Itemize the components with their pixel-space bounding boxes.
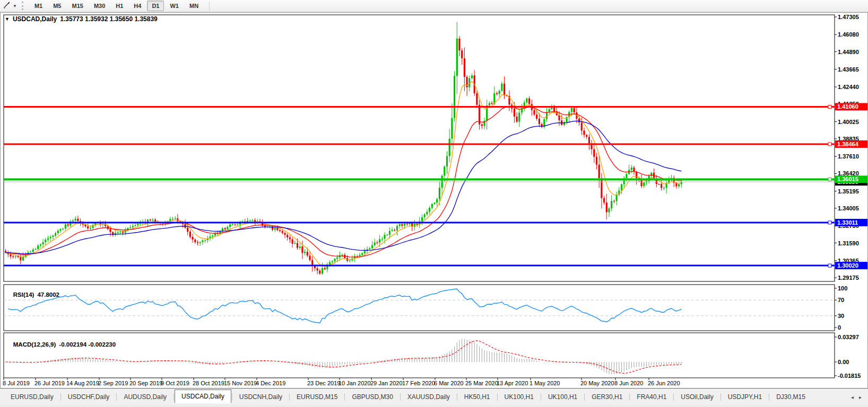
toolbar-separator [209, 1, 210, 11]
timeframe-mn-button[interactable]: MN [185, 1, 203, 11]
tab-uk100-h1[interactable]: UK100,H1 [498, 391, 540, 403]
rsi-axis-label: 0 [838, 324, 841, 331]
rsi-axis-label: 100 [838, 285, 847, 291]
main-price-pane[interactable] [4, 15, 835, 281]
date-label: 17 Feb 2020 [402, 380, 435, 386]
tab-dj30-m15[interactable]: DJ30,M15 [770, 391, 812, 403]
macd-indicator-label: MACD(12,26,9)-0.002194 -0.002230 [6, 335, 116, 354]
time-axis[interactable]: 8 Jul 201926 Jul 201914 Aug 20192 Sep 20… [3, 378, 680, 386]
price-badge-label: 1.41060 [837, 103, 858, 110]
tab-separator [344, 393, 345, 401]
price-tick-label: 1.35195 [838, 188, 859, 194]
timeframe-m30-button[interactable]: M30 [89, 1, 110, 11]
horizontal-line-handle[interactable] [828, 105, 831, 108]
price-tick-label: 1.46080 [838, 31, 859, 38]
tab-scroll-left-icon[interactable]: ◂ [851, 394, 854, 400]
horizontal-line-handle[interactable] [828, 221, 831, 224]
macd-axis-label: 0.00 [838, 359, 849, 365]
rsi-axis-label: 70 [838, 297, 844, 303]
macd-axis-label: -0.01815 [838, 373, 861, 379]
rsi-name: RSI(14) [13, 291, 34, 298]
price-tick-label: 1.31590 [838, 240, 859, 246]
tab-separator [232, 393, 232, 401]
price-tick-label: 1.40025 [838, 119, 859, 125]
tab-separator [497, 393, 498, 401]
date-label: 6 Mar 2020 [434, 380, 464, 386]
chart-tabs-bar: EURUSD,DailyUSDCHF,DailyAUDUSD,DailyUSDC… [0, 388, 868, 405]
chart-ohlc-values: 1.35773 1.35932 1.35650 1.35839 [60, 15, 158, 23]
chart-tabs: EURUSD,DailyUSDCHF,DailyAUDUSD,DailyUSDC… [0, 389, 851, 405]
tab-separator [769, 393, 769, 401]
tab-audusd-daily[interactable]: AUDUSD,Daily [117, 391, 173, 403]
price-badge-label: 1.30020 [837, 262, 858, 269]
date-label: 26 Jun 2020 [648, 380, 680, 386]
macd-values: -0.002194 -0.002230 [59, 341, 116, 348]
date-label: 28 Oct 2019 [193, 380, 224, 386]
chart-canvas[interactable]: 1.473051.460801.448901.436651.424401.412… [1, 13, 867, 388]
date-label: 20 Sep 2019 [129, 380, 162, 386]
date-label: 1 May 2020 [530, 380, 560, 386]
timeframe-m1-button[interactable]: M1 [30, 1, 47, 11]
tab-usdchf-daily[interactable]: USDCHF,Daily [62, 391, 116, 403]
timeframe-button-group: M1M5M15M30H1H4D1W1MN [29, 1, 204, 11]
horizontal-line-handle[interactable] [828, 264, 831, 267]
tab-separator [584, 393, 585, 401]
collapse-arrow-icon[interactable]: ▼ [5, 16, 10, 22]
macd-name: MACD(12,26,9) [13, 341, 56, 348]
price-badge-label: 1.33011 [837, 219, 858, 226]
timeframe-w1-button[interactable]: W1 [165, 1, 184, 11]
rsi-pane[interactable] [4, 285, 835, 331]
date-label: 9 Oct 2019 [161, 380, 189, 386]
tab-eurusd-m15[interactable]: EURUSD,M15 [290, 391, 344, 403]
date-label: 14 Aug 2019 [66, 380, 99, 386]
tab-scroll-right-icon[interactable]: ▸ [859, 394, 862, 400]
date-label: 25 Mar 2020 [465, 380, 498, 386]
tab-hk50-h1[interactable]: HK50,H1 [458, 391, 497, 403]
tab-ger30-h1[interactable]: GER30,H1 [585, 391, 629, 403]
timeframe-h1-button[interactable]: H1 [111, 1, 128, 11]
rsi-indicator-label: RSI(14)47.8002 [6, 285, 59, 304]
tab-separator [721, 393, 721, 401]
crosshair-tool-button[interactable]: ▼ [0, 1, 20, 11]
timeframe-m5-button[interactable]: M5 [48, 1, 66, 11]
chart-title: ▼ USDCAD,Daily 1.35773 1.35932 1.35650 1… [5, 15, 158, 23]
tab-usdjpy-h1[interactable]: USDJPY,H1 [722, 391, 768, 403]
tab-usdcad-daily[interactable]: USDCAD,Daily [175, 390, 231, 403]
timeframe-h4-button[interactable]: H4 [129, 1, 146, 11]
tab-separator [173, 393, 174, 401]
top-toolbar: ▼ M1M5M15M30H1H4D1W1MN [0, 0, 868, 12]
price-tick-label: 1.29175 [838, 275, 859, 281]
price-tick-label: 1.37610 [838, 153, 859, 160]
dropdown-caret-icon[interactable]: ▼ [13, 4, 17, 8]
tab-separator [400, 393, 401, 401]
timeframe-d1-button[interactable]: D1 [147, 1, 164, 11]
tab-separator [541, 393, 541, 401]
tab-separator [673, 393, 674, 401]
tab-usdcnh-daily[interactable]: USDCNH,Daily [233, 391, 289, 403]
chart-symbol-label: USDCAD,Daily [13, 15, 57, 23]
tab-fra40-h1[interactable]: FRA40,H1 [630, 391, 673, 403]
tab-separator [629, 393, 630, 401]
horizontal-line-handle[interactable] [828, 143, 831, 146]
price-tick-label: 1.47305 [838, 14, 859, 20]
toolbar-drag-handle[interactable] [22, 2, 25, 10]
price-tick-label: 1.43665 [838, 66, 859, 73]
chart-window: 1.473051.460801.448901.436651.424401.412… [0, 12, 868, 388]
tab-usoil-daily[interactable]: USOil,Daily [674, 391, 719, 403]
tab-uk100-h1[interactable]: UK100,H1 [542, 391, 584, 403]
horizontal-line-handle[interactable] [828, 178, 831, 181]
tab-xauusd-daily[interactable]: XAUUSD,Daily [401, 391, 456, 403]
date-label: 10 Jan 2020 [338, 380, 371, 386]
date-label: 29 Jan 2020 [370, 380, 403, 386]
date-label: 8 Jul 2019 [3, 380, 30, 386]
date-label: 13 Apr 2020 [497, 380, 528, 386]
date-label: 20 May 2020 [580, 380, 614, 386]
date-label: 2 Sep 2019 [98, 380, 128, 386]
date-label: 15 Nov 2019 [224, 380, 257, 386]
tab-eurusd-daily[interactable]: EURUSD,Daily [4, 391, 60, 403]
macd-pane[interactable] [4, 333, 835, 378]
timeframe-m15-button[interactable]: M15 [67, 1, 88, 11]
tab-gbpusd-m30[interactable]: GBPUSD,M30 [345, 391, 399, 403]
price-tick-label: 1.42440 [838, 84, 859, 90]
crosshair-tool-icon [3, 1, 11, 11]
